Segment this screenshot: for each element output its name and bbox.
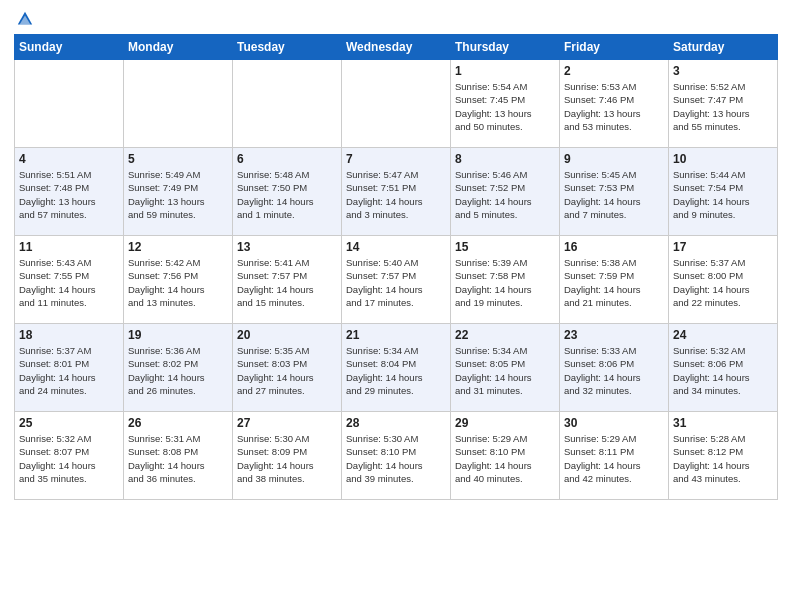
calendar-cell: 27Sunrise: 5:30 AM Sunset: 8:09 PM Dayli… [233,412,342,500]
calendar: SundayMondayTuesdayWednesdayThursdayFrid… [14,34,778,500]
day-number: 31 [673,416,773,430]
calendar-cell: 4Sunrise: 5:51 AM Sunset: 7:48 PM Daylig… [15,148,124,236]
day-number: 22 [455,328,555,342]
calendar-header-row: SundayMondayTuesdayWednesdayThursdayFrid… [15,35,778,60]
day-info: Sunrise: 5:37 AM Sunset: 8:01 PM Dayligh… [19,344,119,397]
calendar-cell: 20Sunrise: 5:35 AM Sunset: 8:03 PM Dayli… [233,324,342,412]
calendar-cell: 19Sunrise: 5:36 AM Sunset: 8:02 PM Dayli… [124,324,233,412]
day-number: 19 [128,328,228,342]
day-info: Sunrise: 5:42 AM Sunset: 7:56 PM Dayligh… [128,256,228,309]
calendar-cell: 3Sunrise: 5:52 AM Sunset: 7:47 PM Daylig… [669,60,778,148]
day-number: 16 [564,240,664,254]
calendar-header-friday: Friday [560,35,669,60]
day-info: Sunrise: 5:45 AM Sunset: 7:53 PM Dayligh… [564,168,664,221]
day-number: 7 [346,152,446,166]
calendar-cell: 10Sunrise: 5:44 AM Sunset: 7:54 PM Dayli… [669,148,778,236]
day-info: Sunrise: 5:49 AM Sunset: 7:49 PM Dayligh… [128,168,228,221]
calendar-cell: 28Sunrise: 5:30 AM Sunset: 8:10 PM Dayli… [342,412,451,500]
calendar-cell: 14Sunrise: 5:40 AM Sunset: 7:57 PM Dayli… [342,236,451,324]
calendar-header-thursday: Thursday [451,35,560,60]
day-info: Sunrise: 5:40 AM Sunset: 7:57 PM Dayligh… [346,256,446,309]
day-number: 8 [455,152,555,166]
day-info: Sunrise: 5:44 AM Sunset: 7:54 PM Dayligh… [673,168,773,221]
calendar-week-0: 1Sunrise: 5:54 AM Sunset: 7:45 PM Daylig… [15,60,778,148]
day-number: 23 [564,328,664,342]
day-info: Sunrise: 5:34 AM Sunset: 8:05 PM Dayligh… [455,344,555,397]
day-info: Sunrise: 5:32 AM Sunset: 8:06 PM Dayligh… [673,344,773,397]
day-number: 3 [673,64,773,78]
calendar-cell: 31Sunrise: 5:28 AM Sunset: 8:12 PM Dayli… [669,412,778,500]
calendar-cell [15,60,124,148]
calendar-cell: 24Sunrise: 5:32 AM Sunset: 8:06 PM Dayli… [669,324,778,412]
day-info: Sunrise: 5:43 AM Sunset: 7:55 PM Dayligh… [19,256,119,309]
calendar-cell: 29Sunrise: 5:29 AM Sunset: 8:10 PM Dayli… [451,412,560,500]
calendar-week-1: 4Sunrise: 5:51 AM Sunset: 7:48 PM Daylig… [15,148,778,236]
calendar-cell [233,60,342,148]
day-info: Sunrise: 5:52 AM Sunset: 7:47 PM Dayligh… [673,80,773,133]
calendar-cell: 2Sunrise: 5:53 AM Sunset: 7:46 PM Daylig… [560,60,669,148]
day-number: 9 [564,152,664,166]
day-info: Sunrise: 5:30 AM Sunset: 8:09 PM Dayligh… [237,432,337,485]
day-info: Sunrise: 5:41 AM Sunset: 7:57 PM Dayligh… [237,256,337,309]
header [14,10,778,28]
logo-text [14,10,34,28]
day-number: 4 [19,152,119,166]
day-number: 21 [346,328,446,342]
calendar-header-saturday: Saturday [669,35,778,60]
calendar-header-sunday: Sunday [15,35,124,60]
day-info: Sunrise: 5:38 AM Sunset: 7:59 PM Dayligh… [564,256,664,309]
day-info: Sunrise: 5:39 AM Sunset: 7:58 PM Dayligh… [455,256,555,309]
calendar-cell: 25Sunrise: 5:32 AM Sunset: 8:07 PM Dayli… [15,412,124,500]
day-info: Sunrise: 5:37 AM Sunset: 8:00 PM Dayligh… [673,256,773,309]
day-info: Sunrise: 5:34 AM Sunset: 8:04 PM Dayligh… [346,344,446,397]
day-info: Sunrise: 5:48 AM Sunset: 7:50 PM Dayligh… [237,168,337,221]
day-number: 18 [19,328,119,342]
day-info: Sunrise: 5:33 AM Sunset: 8:06 PM Dayligh… [564,344,664,397]
calendar-week-4: 25Sunrise: 5:32 AM Sunset: 8:07 PM Dayli… [15,412,778,500]
day-number: 6 [237,152,337,166]
day-info: Sunrise: 5:30 AM Sunset: 8:10 PM Dayligh… [346,432,446,485]
day-number: 2 [564,64,664,78]
day-info: Sunrise: 5:36 AM Sunset: 8:02 PM Dayligh… [128,344,228,397]
day-number: 26 [128,416,228,430]
day-number: 15 [455,240,555,254]
calendar-header-tuesday: Tuesday [233,35,342,60]
day-number: 14 [346,240,446,254]
calendar-cell: 26Sunrise: 5:31 AM Sunset: 8:08 PM Dayli… [124,412,233,500]
day-info: Sunrise: 5:31 AM Sunset: 8:08 PM Dayligh… [128,432,228,485]
day-info: Sunrise: 5:35 AM Sunset: 8:03 PM Dayligh… [237,344,337,397]
day-info: Sunrise: 5:54 AM Sunset: 7:45 PM Dayligh… [455,80,555,133]
calendar-cell: 11Sunrise: 5:43 AM Sunset: 7:55 PM Dayli… [15,236,124,324]
day-info: Sunrise: 5:28 AM Sunset: 8:12 PM Dayligh… [673,432,773,485]
calendar-cell: 13Sunrise: 5:41 AM Sunset: 7:57 PM Dayli… [233,236,342,324]
calendar-header-wednesday: Wednesday [342,35,451,60]
calendar-cell: 30Sunrise: 5:29 AM Sunset: 8:11 PM Dayli… [560,412,669,500]
day-number: 1 [455,64,555,78]
calendar-cell: 1Sunrise: 5:54 AM Sunset: 7:45 PM Daylig… [451,60,560,148]
calendar-cell: 15Sunrise: 5:39 AM Sunset: 7:58 PM Dayli… [451,236,560,324]
calendar-cell [124,60,233,148]
calendar-cell [342,60,451,148]
day-number: 29 [455,416,555,430]
page: SundayMondayTuesdayWednesdayThursdayFrid… [0,0,792,612]
day-number: 17 [673,240,773,254]
day-info: Sunrise: 5:46 AM Sunset: 7:52 PM Dayligh… [455,168,555,221]
day-info: Sunrise: 5:29 AM Sunset: 8:11 PM Dayligh… [564,432,664,485]
day-info: Sunrise: 5:32 AM Sunset: 8:07 PM Dayligh… [19,432,119,485]
calendar-cell: 23Sunrise: 5:33 AM Sunset: 8:06 PM Dayli… [560,324,669,412]
day-number: 24 [673,328,773,342]
calendar-cell: 22Sunrise: 5:34 AM Sunset: 8:05 PM Dayli… [451,324,560,412]
calendar-cell: 6Sunrise: 5:48 AM Sunset: 7:50 PM Daylig… [233,148,342,236]
calendar-cell: 17Sunrise: 5:37 AM Sunset: 8:00 PM Dayli… [669,236,778,324]
calendar-header-monday: Monday [124,35,233,60]
calendar-cell: 16Sunrise: 5:38 AM Sunset: 7:59 PM Dayli… [560,236,669,324]
day-number: 28 [346,416,446,430]
calendar-cell: 21Sunrise: 5:34 AM Sunset: 8:04 PM Dayli… [342,324,451,412]
day-number: 5 [128,152,228,166]
day-number: 12 [128,240,228,254]
calendar-cell: 18Sunrise: 5:37 AM Sunset: 8:01 PM Dayli… [15,324,124,412]
calendar-cell: 12Sunrise: 5:42 AM Sunset: 7:56 PM Dayli… [124,236,233,324]
day-number: 27 [237,416,337,430]
calendar-cell: 8Sunrise: 5:46 AM Sunset: 7:52 PM Daylig… [451,148,560,236]
calendar-cell: 9Sunrise: 5:45 AM Sunset: 7:53 PM Daylig… [560,148,669,236]
